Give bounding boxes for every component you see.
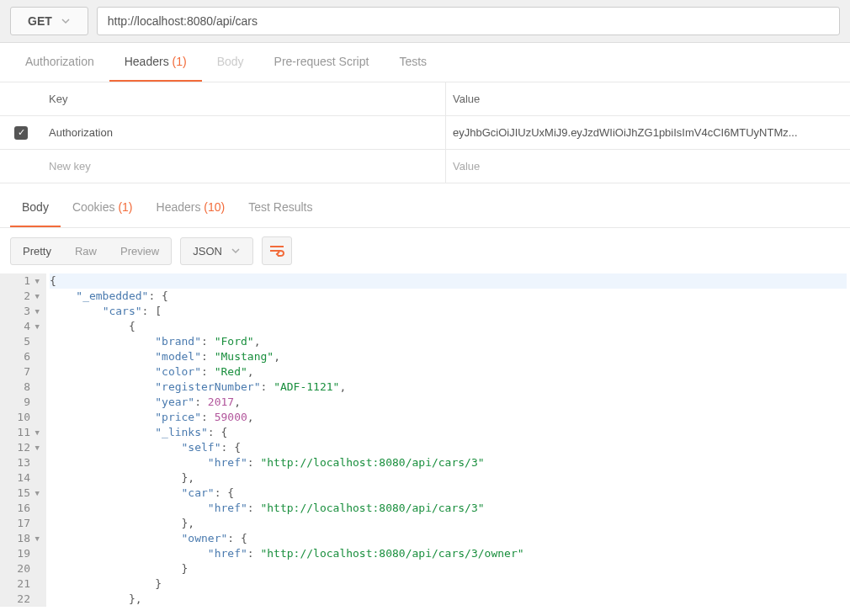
preview-button[interactable]: Preview [109, 238, 171, 264]
resp-tab-cookies-label: Cookies [72, 200, 115, 214]
view-mode-group: Pretty Raw Preview [10, 237, 172, 265]
header-key[interactable]: Authorization [42, 116, 446, 149]
resp-tab-cookies-count: (1) [118, 200, 132, 214]
new-key-input[interactable]: New key [42, 150, 446, 183]
tab-headers-label: Headers [125, 55, 169, 68]
row-checkbox-cell[interactable]: ✓ [0, 116, 42, 149]
request-tabs: Authorization Headers (1) Body Pre-reque… [0, 43, 850, 82]
chevron-down-icon [231, 246, 241, 256]
format-label: JSON [193, 245, 222, 258]
format-select[interactable]: JSON [180, 237, 253, 265]
response-body[interactable]: 1▼2▼3▼4▼567891011▼12▼131415▼161718▼19202… [0, 273, 850, 607]
raw-button[interactable]: Raw [63, 238, 109, 264]
chevron-down-icon [61, 16, 71, 26]
wrap-icon [269, 245, 284, 257]
resp-tab-headers[interactable]: Headers (10) [145, 189, 237, 227]
headers-table: Key Value ✓ Authorization eyJhbGciOiJIUz… [0, 82, 850, 183]
response-toolbar: Pretty Raw Preview JSON [0, 228, 850, 273]
new-value-input[interactable]: Value [446, 150, 850, 183]
line-gutter: 1▼2▼3▼4▼567891011▼12▼131415▼161718▼19202… [0, 273, 46, 607]
url-input[interactable] [97, 7, 840, 35]
tab-tests[interactable]: Tests [384, 43, 442, 82]
column-value: Value [446, 82, 850, 115]
column-key: Key [42, 82, 446, 115]
table-new-row[interactable]: New key Value [0, 150, 850, 183]
resp-tab-body[interactable]: Body [10, 189, 61, 227]
resp-tab-cookies[interactable]: Cookies (1) [61, 189, 145, 227]
wrap-lines-button[interactable] [262, 236, 292, 265]
header-value[interactable]: eyJhbGciOiJIUzUxMiJ9.eyJzdWIiOiJhZG1pbiI… [446, 116, 850, 149]
table-header-row: Key Value [0, 82, 850, 116]
request-bar: GET [0, 0, 850, 43]
resp-tab-test-results[interactable]: Test Results [236, 189, 324, 227]
resp-tab-headers-label: Headers [157, 200, 201, 214]
tab-headers-count: (1) [173, 55, 187, 68]
resp-tab-headers-count: (10) [204, 200, 225, 214]
method-label: GET [28, 14, 52, 28]
table-row[interactable]: ✓ Authorization eyJhbGciOiJIUzUxMiJ9.eyJ… [0, 116, 850, 150]
pretty-button[interactable]: Pretty [11, 238, 63, 264]
tab-headers[interactable]: Headers (1) [109, 43, 202, 82]
tab-authorization[interactable]: Authorization [10, 43, 109, 82]
tab-prerequest[interactable]: Pre-request Script [259, 43, 385, 82]
tab-body[interactable]: Body [202, 43, 259, 82]
code-content[interactable]: { "_embedded": { "cars": [ { "brand": "F… [46, 273, 850, 607]
checkbox-checked-icon: ✓ [14, 126, 28, 140]
response-tabs: Body Cookies (1) Headers (10) Test Resul… [0, 189, 850, 228]
method-select[interactable]: GET [10, 7, 88, 35]
